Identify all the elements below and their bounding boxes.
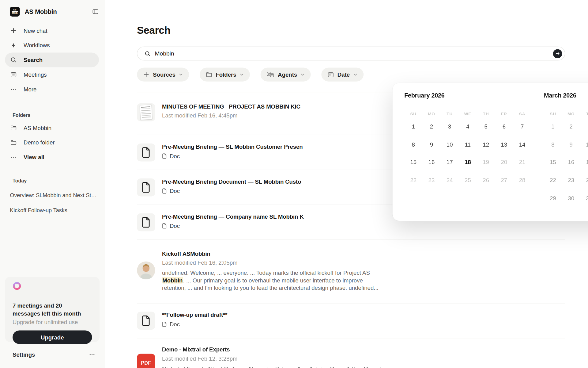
filter-chip-date[interactable]: Date [322, 67, 364, 81]
collapse-sidebar-icon[interactable] [92, 8, 99, 15]
plus-icon [143, 71, 149, 78]
calendar-day: 15 [544, 153, 562, 171]
result-modified: Last modified Feb 16, 4:45pm [162, 112, 300, 119]
calendar-day: 22 [404, 171, 422, 189]
calendar-day[interactable]: 15 [404, 153, 422, 171]
calendar-day[interactable]: 5 [477, 117, 495, 135]
calendar-day[interactable]: 17 [441, 153, 459, 171]
today-list: Overview: SLMobbin and Next St…Kickoff F… [10, 188, 100, 218]
calendar-day[interactable]: 11 [459, 136, 477, 153]
calendar-month-name: February 2026 [404, 92, 531, 99]
calendar-day[interactable]: 3 [441, 117, 459, 135]
result-title[interactable]: Kickoff ASMobbin [162, 251, 386, 257]
result-title[interactable]: **Follow-up email draft** [162, 312, 227, 318]
calendar-day[interactable]: 7 [513, 117, 531, 135]
folder-item-label: Demo folder [24, 139, 55, 146]
calendar-day: 16 [562, 153, 580, 171]
folders-list: AS Mobbin Demo folder View all [5, 121, 99, 164]
sidebar-item-new-chat[interactable]: New chat [5, 23, 99, 38]
calendar-month: February 2026 SUMOTUWETHFRSA123456789101… [404, 92, 531, 207]
calendar-day: 8 [544, 136, 562, 153]
bolt-icon [10, 42, 17, 48]
sidebar-item-search[interactable]: Search [5, 52, 99, 67]
doc-file-icon [137, 144, 155, 162]
doc-icon [162, 223, 167, 228]
calendar-day: 22 [544, 171, 562, 189]
weekday-label: TU [580, 110, 588, 117]
usage-remaining-text: 7 meetings and 20 messages left this mon… [13, 301, 91, 317]
calendar-icon [10, 71, 17, 78]
sidebar-item-meetings[interactable]: Meetings [5, 67, 99, 82]
filter-chip-folders[interactable]: Folders [200, 67, 250, 81]
search-bar [137, 47, 565, 60]
filter-chip-label: Sources [153, 71, 175, 78]
settings-menu-icon[interactable] [89, 351, 95, 358]
calendar-day[interactable]: 13 [495, 136, 513, 153]
calendar-day[interactable]: 16 [422, 153, 440, 171]
calendar-day[interactable]: 12 [477, 136, 495, 153]
doc-icon [162, 188, 167, 194]
sidebar-item-label: More [24, 86, 36, 92]
folder-item-view-all[interactable]: View all [5, 150, 99, 165]
search-input[interactable] [155, 50, 553, 57]
upgrade-button[interactable]: Upgrade [13, 331, 92, 344]
calendar-day: 29 [544, 189, 562, 207]
doc-file-icon [137, 213, 155, 232]
calendar-day[interactable]: 14 [513, 136, 531, 153]
calendar-day[interactable]: 18 [459, 153, 477, 171]
folder-item-demo-folder[interactable]: Demo folder [5, 135, 99, 150]
result-title[interactable]: Pre-Meeting Briefing — Company name SL M… [162, 213, 304, 220]
calendar-day[interactable]: 1 [404, 117, 422, 135]
chat-item[interactable]: Kickoff Follow-up Tasks [10, 203, 100, 218]
sidebar-item-more[interactable]: More [5, 82, 99, 97]
calendar-day: 10 [580, 136, 588, 153]
calendar-day[interactable]: 9 [422, 136, 440, 153]
weekday-label: WE [459, 110, 477, 117]
filter-chip-agents[interactable]: Agents [261, 67, 311, 81]
chat-item[interactable]: Overview: SLMobbin and Next St… [10, 188, 100, 203]
calendar-day: 23 [422, 171, 440, 189]
dots-icon [10, 86, 17, 92]
today-section-label: Today [13, 178, 27, 183]
calendar-day[interactable]: 8 [404, 136, 422, 153]
sidebar-item-label: New chat [24, 27, 47, 34]
search-result-row[interactable]: PDFDemo - Mixtral of ExpertsLast modifie… [137, 338, 565, 368]
folders-section-label: Folders [13, 112, 30, 118]
weekday-label: TU [441, 110, 459, 117]
calendar-day[interactable]: 2 [422, 117, 440, 135]
calendar-icon [328, 71, 334, 78]
result-title[interactable]: Demo - Mixtral of Experts [162, 346, 385, 353]
sidebar-item-workflows[interactable]: Workflows [5, 38, 99, 53]
calendar-day[interactable]: 10 [441, 136, 459, 153]
calendar-day: 27 [495, 171, 513, 189]
pdf-file-icon: PDF [137, 354, 155, 368]
calendar-day[interactable]: 4 [459, 117, 477, 135]
calendar-day: 9 [562, 136, 580, 153]
search-result-row[interactable]: **Follow-up email draft**Doc [137, 303, 565, 338]
folder-item-as-mobbin[interactable]: AS Mobbin [5, 121, 99, 135]
search-icon [145, 51, 151, 57]
calendar-day: 21 [513, 153, 531, 171]
search-result-row[interactable]: Kickoff ASMobbinLast modified Feb 16, 2:… [137, 240, 565, 303]
search-submit-button[interactable] [553, 49, 562, 58]
chevron-down-icon [353, 72, 357, 76]
app-window: AS MOB AS Mobbin New chat Workflows Sear… [0, 0, 588, 368]
filter-chip-label: Agents [278, 71, 297, 78]
calendar-day[interactable]: 6 [495, 117, 513, 135]
weekday-label: TH [477, 110, 495, 117]
result-type-badge: Doc [162, 153, 303, 159]
settings-button[interactable]: Settings [13, 351, 35, 358]
sidebar-item-label: Search [24, 57, 43, 63]
plus-icon [10, 27, 17, 34]
workspace-title: AS Mobbin [25, 8, 57, 15]
calendar-day: 28 [513, 171, 531, 189]
result-title[interactable]: MINUTES OF MEETING_ PROJECT AS MOBBIN KI… [162, 103, 300, 110]
filter-chip-sources[interactable]: Sources [137, 67, 189, 81]
weekday-label: FR [495, 110, 513, 117]
calendar-day: 17 [580, 153, 588, 171]
result-title[interactable]: Pre-Meeting Briefing Document — SL Mobbi… [162, 178, 301, 185]
calendar-day: 30 [562, 189, 580, 207]
chevron-down-icon [240, 72, 244, 76]
result-title[interactable]: Pre-Meeting Briefing — SL Mobbin Custome… [162, 144, 303, 150]
weekday-label: MO [422, 110, 440, 117]
